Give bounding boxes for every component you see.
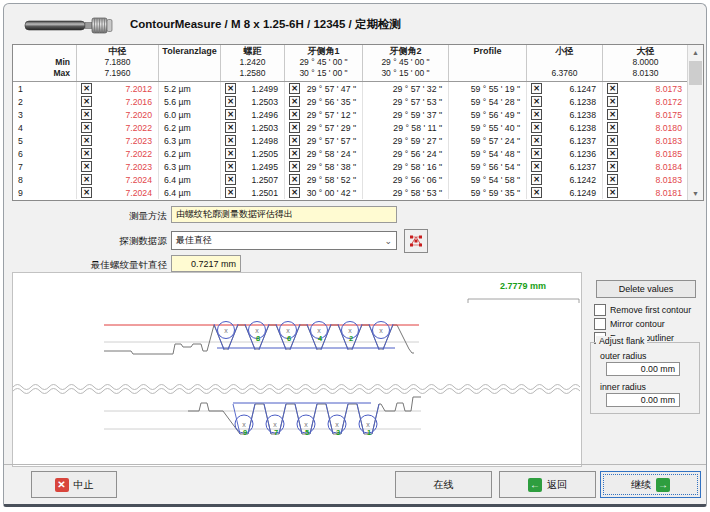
dimension-bracket xyxy=(468,299,579,303)
checked-checkbox-icon[interactable]: ✕ xyxy=(607,148,618,159)
source-select[interactable]: 最佳直径 ⌄ xyxy=(171,231,397,250)
inner-radius-input[interactable]: 0.00 mm xyxy=(606,393,680,407)
column-header: Profile xyxy=(449,45,527,81)
checked-checkbox-icon[interactable]: ✕ xyxy=(225,96,236,107)
pin-diameter-input[interactable]: 0.7217 mm xyxy=(171,255,241,272)
checked-checkbox-icon[interactable]: ✕ xyxy=(531,161,542,172)
column-header: MinMax xyxy=(13,45,77,81)
checked-checkbox-icon[interactable]: ✕ xyxy=(531,96,542,107)
checked-checkbox-icon[interactable]: ✕ xyxy=(531,148,542,159)
checked-checkbox-icon[interactable]: ✕ xyxy=(289,187,300,198)
method-input[interactable]: 由螺纹轮廓测量数据评估得出 xyxy=(171,206,397,223)
checked-checkbox-icon[interactable]: ✕ xyxy=(81,83,92,94)
next-button[interactable]: 继续 → xyxy=(600,471,701,498)
delete-values-button[interactable]: Delete values xyxy=(596,280,696,298)
flank-fit-line xyxy=(321,324,331,350)
column-header: 螺距1.24201.2580 xyxy=(221,45,285,81)
table-row[interactable]: 4✕7.20226.2 µm✕1.2503✕29 ° 57 ' 29 "29 °… xyxy=(13,121,703,134)
probe-x-mark: x xyxy=(242,421,246,428)
thread-profile-plot: 2.7779 mmxx8x6x4x2xx9x7x5x3x1 xyxy=(13,273,581,466)
checked-checkbox-icon[interactable]: ✕ xyxy=(531,109,542,120)
checked-checkbox-icon[interactable]: ✕ xyxy=(81,96,92,107)
outer-radius-input[interactable]: 0.00 mm xyxy=(606,362,680,376)
probe-x-mark: x xyxy=(379,327,383,334)
checked-checkbox-icon[interactable]: ✕ xyxy=(225,83,236,94)
online-button[interactable]: 在线 xyxy=(395,471,492,498)
table-row[interactable]: 5✕7.20236.3 µm✕1.2498✕29 ° 57 ' 57 "29 °… xyxy=(13,134,703,147)
pin-diameter-label: 最佳螺纹量针直径 xyxy=(17,259,167,272)
table-row[interactable]: 3✕7.20206.0 µm✕1.2496✕29 ° 57 ' 12 "29 °… xyxy=(13,108,703,121)
checked-checkbox-icon[interactable]: ✕ xyxy=(607,135,618,146)
flank-fit-line xyxy=(245,324,255,350)
probe-number-label: 6 xyxy=(287,334,291,343)
checked-checkbox-icon[interactable]: ✕ xyxy=(607,161,618,172)
checked-checkbox-icon[interactable]: ✕ xyxy=(531,174,542,185)
break-wave-line xyxy=(13,385,580,390)
checked-checkbox-icon[interactable]: ✕ xyxy=(289,96,300,107)
back-button[interactable]: ← 返回 xyxy=(499,471,596,498)
column-header: 大径8.00008.0130 xyxy=(603,45,688,81)
remove-first-contour-checkbox[interactable]: Remove first contour xyxy=(594,304,691,316)
contour-control-panel: Delete values Remove first contour Mirro… xyxy=(584,272,706,467)
checked-checkbox-icon[interactable]: ✕ xyxy=(225,109,236,120)
probe-number-label: 5 xyxy=(305,428,309,437)
checked-checkbox-icon[interactable]: ✕ xyxy=(531,187,542,198)
checked-checkbox-icon[interactable]: ✕ xyxy=(81,161,92,172)
checked-checkbox-icon[interactable]: ✕ xyxy=(607,122,618,133)
checked-checkbox-icon[interactable]: ✕ xyxy=(81,187,92,198)
checked-checkbox-icon[interactable]: ✕ xyxy=(81,174,92,185)
checked-checkbox-icon[interactable]: ✕ xyxy=(225,122,236,133)
checkbox-icon[interactable] xyxy=(594,304,606,316)
scrollbar-thumb[interactable] xyxy=(689,61,702,85)
checked-checkbox-icon[interactable]: ✕ xyxy=(225,187,236,198)
table-row[interactable]: 2✕7.20165.6 µm✕1.2503✕29 ° 56 ' 35 "29 °… xyxy=(13,95,703,108)
checked-checkbox-icon[interactable]: ✕ xyxy=(531,83,542,94)
probe-x-mark: x xyxy=(348,327,352,334)
table-row[interactable]: 9✕7.20246.4 µm✕1.2501✕30 ° 00 ' 42 "29 °… xyxy=(13,186,703,199)
table-row[interactable]: 1✕7.20125.2 µm✕1.2499✕29 ° 57 ' 47 "29 °… xyxy=(13,82,703,95)
checked-checkbox-icon[interactable]: ✕ xyxy=(225,174,236,185)
scroll-down-icon[interactable]: ▼ xyxy=(688,186,703,200)
checked-checkbox-icon[interactable]: ✕ xyxy=(81,109,92,120)
table-body: 1✕7.20125.2 µm✕1.2499✕29 ° 57 ' 47 "29 °… xyxy=(13,82,703,199)
checked-checkbox-icon[interactable]: ✕ xyxy=(289,148,300,159)
checkbox-icon[interactable] xyxy=(594,318,606,330)
probe-points-button[interactable] xyxy=(404,229,428,253)
checked-checkbox-icon[interactable]: ✕ xyxy=(607,174,618,185)
checked-checkbox-icon[interactable]: ✕ xyxy=(289,83,300,94)
column-header: 牙侧角229 ° 45 ' 00 "30 ° 15 ' 00 " xyxy=(363,45,449,81)
footer-divider xyxy=(4,464,706,465)
checked-checkbox-icon[interactable]: ✕ xyxy=(531,135,542,146)
column-header: 中径7.18807.1960 xyxy=(77,45,159,81)
checked-checkbox-icon[interactable]: ✕ xyxy=(607,83,618,94)
checked-checkbox-icon[interactable]: ✕ xyxy=(225,148,236,159)
checked-checkbox-icon[interactable]: ✕ xyxy=(81,135,92,146)
probe-points-icon xyxy=(408,233,424,249)
checked-checkbox-icon[interactable]: ✕ xyxy=(607,187,618,198)
checked-checkbox-icon[interactable]: ✕ xyxy=(531,122,542,133)
table-row[interactable]: 6✕7.20226.2 µm✕1.2505✕29 ° 58 ' 24 "29 °… xyxy=(13,147,703,160)
arrow-left-icon: ← xyxy=(528,478,542,492)
source-label: 探测数据源 xyxy=(17,235,167,248)
checked-checkbox-icon[interactable]: ✕ xyxy=(289,122,300,133)
abort-button[interactable]: ✕ 中止 xyxy=(31,471,117,498)
screen: ContourMeasure / M 8 x 1.25-6H / 12345 /… xyxy=(0,0,710,512)
checked-checkbox-icon[interactable]: ✕ xyxy=(289,174,300,185)
table-row[interactable]: 8✕7.20246.4 µm✕1.2507✕29 ° 58 ' 52 "29 °… xyxy=(13,173,703,186)
table-scrollbar[interactable]: ▲ ▼ xyxy=(687,45,703,200)
checked-checkbox-icon[interactable]: ✕ xyxy=(289,161,300,172)
table-row[interactable]: 7✕7.20236.3 µm✕1.2495✕29 ° 58 ' 38 "29 °… xyxy=(13,160,703,173)
checked-checkbox-icon[interactable]: ✕ xyxy=(225,161,236,172)
checked-checkbox-icon[interactable]: ✕ xyxy=(289,109,300,120)
scroll-up-icon[interactable]: ▲ xyxy=(688,45,703,59)
checked-checkbox-icon[interactable]: ✕ xyxy=(81,122,92,133)
checked-checkbox-icon[interactable]: ✕ xyxy=(607,96,618,107)
checked-checkbox-icon[interactable]: ✕ xyxy=(289,135,300,146)
checked-checkbox-icon[interactable]: ✕ xyxy=(81,148,92,159)
probe-number-label: 1 xyxy=(367,428,371,437)
checked-checkbox-icon[interactable]: ✕ xyxy=(225,135,236,146)
probe-number-label: 8 xyxy=(256,334,260,343)
checked-checkbox-icon[interactable]: ✕ xyxy=(607,109,618,120)
mirror-contour-checkbox[interactable]: Mirror contour xyxy=(594,318,665,330)
title-bar: ContourMeasure / M 8 x 1.25-6H / 12345 /… xyxy=(4,4,706,42)
